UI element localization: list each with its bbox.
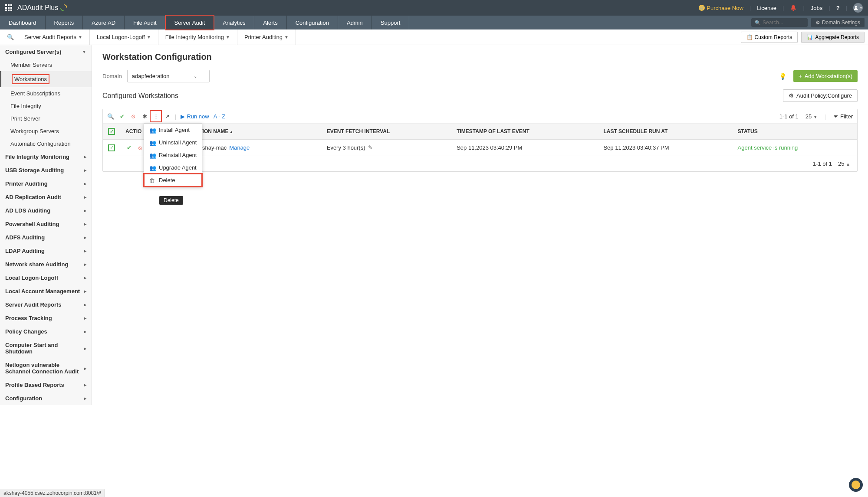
sidebar-auto-config[interactable]: Automatic Configuration — [0, 137, 92, 150]
nav-support[interactable]: Support — [372, 16, 410, 29]
col-event-interval[interactable]: EVENT FETCH INTERVAL — [322, 124, 451, 140]
col-last-schedule[interactable]: LAST SCHEDULE RUN AT — [598, 124, 732, 140]
pagination-top: 1-1 of 1 — [779, 113, 799, 120]
last-event-value: Sep 11,2023 03:40:29 PM — [451, 140, 598, 156]
sidegroup-policy-changes[interactable]: Policy Changes▸ — [0, 325, 92, 338]
row-enable-icon[interactable]: ✔ — [125, 144, 132, 151]
svg-rect-7 — [8, 10, 10, 11]
install-icon: 👥 — [149, 127, 155, 133]
gear-icon: ⚙ — [815, 20, 820, 26]
subnav-server-audit-reports[interactable]: Server Audit Reports ▼ — [17, 29, 90, 45]
custom-reports-button[interactable]: 📋 Custom Reports — [741, 32, 798, 43]
sidegroup-usb-storage[interactable]: USB Storage Auditing▸ — [0, 163, 92, 177]
sidebar-file-integrity[interactable]: File Integrity — [0, 100, 92, 112]
sidebar-event-subscriptions[interactable]: Event Subscriptions — [0, 87, 92, 100]
page-size-select[interactable]: 25 ▼ — [806, 113, 818, 120]
add-workstation-button[interactable]: + Add Workstation(s) — [793, 70, 858, 82]
svg-rect-1 — [8, 4, 10, 6]
sidebar-print-server[interactable]: Print Server — [0, 112, 92, 125]
sidegroup-process-tracking[interactable]: Process Tracking▸ — [0, 311, 92, 325]
logo-swirl-icon — [60, 4, 68, 12]
jobs-link[interactable]: Jobs — [811, 5, 822, 11]
run-now-link[interactable]: ▶ Run now — [181, 113, 209, 120]
edit-interval-icon[interactable]: ✎ — [368, 144, 372, 150]
row-disable-icon[interactable]: ⦸ — [137, 144, 144, 151]
nav-dashboard[interactable]: Dashboard — [0, 16, 46, 29]
subnav-printer-auditing[interactable]: Printer Auditing ▼ — [237, 29, 296, 45]
col-last-event[interactable]: TIMESTAMP OF LAST EVENT — [451, 124, 598, 140]
user-avatar[interactable]: ▼ — [853, 3, 863, 13]
manage-link[interactable]: Manage — [229, 144, 250, 151]
sidegroup-netlogon[interactable]: Netlogon vulnerable Schannel Connection … — [0, 358, 92, 378]
sidegroup-computer-start[interactable]: Computer Start and Shutdown▸ — [0, 338, 92, 358]
content-area: Workstation Configuration Domain adapfed… — [92, 45, 868, 405]
nav-azure-ad[interactable]: Azure AD — [83, 16, 125, 29]
domain-select[interactable]: adapfederation ⌄ — [127, 70, 210, 82]
license-link[interactable]: License — [757, 5, 776, 11]
col-status[interactable]: STATUS — [733, 124, 857, 140]
sidegroup-ldap[interactable]: LDAP Auditing▸ — [0, 244, 92, 258]
nav-file-audit[interactable]: File Audit — [125, 16, 165, 29]
sidegroup-ad-lds[interactable]: AD LDS Auditing▸ — [0, 204, 92, 217]
dropdown-reinstall-agent[interactable]: 👥 ReInstall Agent — [144, 149, 202, 161]
audit-policy-button[interactable]: ⚙ Audit Policy:Configure — [783, 89, 858, 102]
dropdown-install-agent[interactable]: 👥 Install Agent — [144, 124, 202, 136]
svg-rect-2 — [10, 4, 12, 6]
table-search-icon[interactable]: 🔍 — [107, 113, 114, 120]
last-schedule-value: Sep 11,2023 03:40:37 PM — [598, 140, 732, 156]
nav-admin[interactable]: Admin — [338, 16, 372, 29]
subnav-file-integrity[interactable]: File Integrity Monitoring ▼ — [158, 29, 237, 45]
nav-alerts[interactable]: Alerts — [254, 16, 286, 29]
row-checkbox[interactable]: ✓ — [108, 144, 115, 151]
bug-icon[interactable]: ✱ — [141, 113, 148, 120]
header-checkbox[interactable]: ✓ — [108, 128, 115, 135]
search-box[interactable]: 🔍 — [751, 18, 808, 27]
interval-value: Every 3 hour(s) — [327, 144, 365, 151]
sidegroup-server-audit-reports[interactable]: Server Audit Reports▸ — [0, 298, 92, 311]
dropdown-uninstall-agent[interactable]: 👥 UnInstall Agent — [144, 136, 202, 149]
search-input[interactable] — [763, 20, 804, 26]
filter-button[interactable]: ⏷ Filter — [833, 113, 853, 120]
sidegroup-file-integrity-monitoring[interactable]: File Integrity Monitoring▸ — [0, 150, 92, 163]
sidegroup-configuration[interactable]: Configuration▸ — [0, 392, 92, 405]
sidegroup-local-account[interactable]: Local Account Management▸ — [0, 284, 92, 298]
app-grid-icon[interactable] — [5, 4, 12, 11]
pagination-size[interactable]: 25 ▲ — [838, 160, 850, 167]
nav-analytics[interactable]: Analytics — [214, 16, 254, 29]
sidebar-workstations[interactable]: Workstations — [0, 71, 92, 87]
delete-tooltip: Delete — [159, 196, 183, 205]
sidebar: Configured Server(s)▼ Member Servers Wor… — [0, 45, 92, 405]
sort-az[interactable]: A - Z — [214, 113, 225, 120]
svg-rect-8 — [10, 10, 12, 11]
bell-icon[interactable] — [790, 4, 797, 11]
dropdown-upgrade-agent[interactable]: 👥 Upgrade Agent — [144, 161, 202, 174]
sidegroup-adfs[interactable]: ADFS Auditing▸ — [0, 231, 92, 244]
sidebar-header[interactable]: Configured Server(s)▼ — [0, 45, 92, 59]
domain-settings-button[interactable]: ⚙ Domain Settings — [811, 18, 865, 27]
section-title: Configured Workstations — [102, 92, 178, 100]
more-actions-icon[interactable]: ⋮ — [152, 113, 159, 120]
nav-server-audit[interactable]: Server Audit — [166, 16, 214, 29]
nav-configuration[interactable]: Configuration — [287, 16, 338, 29]
purchase-now-link[interactable]: 🛒 Purchase Now — [699, 5, 743, 11]
aggregate-reports-button[interactable]: 📊 Aggregate Reports — [801, 32, 865, 43]
sidebar-workgroup-servers[interactable]: Workgroup Servers — [0, 125, 92, 137]
main-nav: Dashboard Reports Azure AD File Audit Se… — [0, 16, 868, 29]
dropdown-delete[interactable]: 🗑 Delete — [144, 174, 202, 186]
sidegroup-local-logon[interactable]: Local Logon-Logoff▸ — [0, 271, 92, 284]
sidegroup-network-share[interactable]: Network share Auditing▸ — [0, 258, 92, 271]
bottom-pagination: 1-1 of 1 25 ▲ — [103, 156, 857, 171]
enable-icon[interactable]: ✔ — [118, 113, 125, 120]
subnav-local-logon-logoff[interactable]: Local Logon-Logoff ▼ — [90, 29, 158, 45]
nav-reports[interactable]: Reports — [46, 16, 83, 29]
disable-icon[interactable]: ⦸ — [130, 113, 137, 120]
sidegroup-printer-auditing[interactable]: Printer Auditing▸ — [0, 177, 92, 190]
sidebar-member-servers[interactable]: Member Servers — [0, 59, 92, 71]
export-icon[interactable]: ↗ — [164, 113, 171, 120]
lightbulb-icon[interactable]: 💡 — [779, 73, 786, 80]
quick-search-icon[interactable]: 🔍 — [3, 34, 17, 40]
sidegroup-powershell[interactable]: Powershell Auditing▸ — [0, 217, 92, 231]
sidegroup-ad-replication[interactable]: AD Replication Audit▸ — [0, 190, 92, 204]
help-icon[interactable]: ? — [836, 5, 840, 11]
sidegroup-profile-reports[interactable]: Profile Based Reports▸ — [0, 378, 92, 392]
